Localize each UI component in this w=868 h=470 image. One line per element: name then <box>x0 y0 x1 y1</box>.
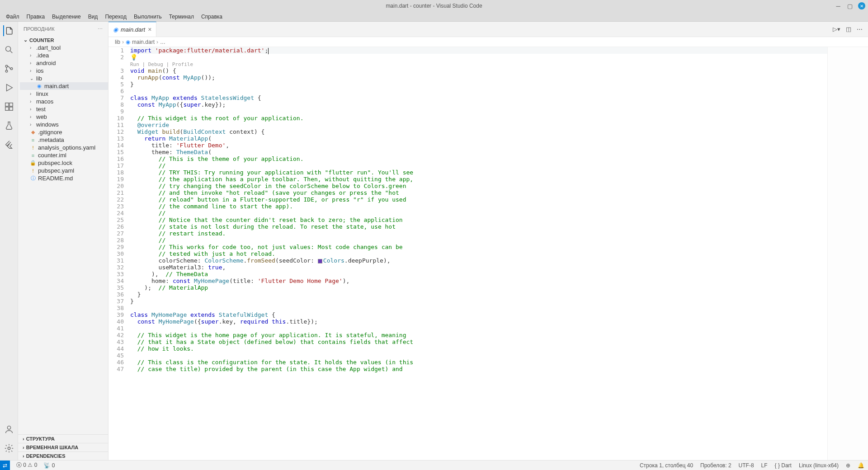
svg-point-8 <box>7 426 10 429</box>
svg-rect-4 <box>5 103 8 106</box>
tree-item--gitignore[interactable]: ◆.gitignore <box>20 128 108 136</box>
status-os[interactable]: Linux (linux-x64) <box>799 462 839 469</box>
status-feedback-icon[interactable]: ⊕ <box>846 462 850 469</box>
tree-item-pubspec-lock[interactable]: 🔒pubspec.lock <box>20 159 108 167</box>
svg-rect-6 <box>5 107 8 110</box>
tree-item--metadata[interactable]: ≡.metadata <box>20 136 108 144</box>
tab-label: main.dart <box>121 26 145 33</box>
svg-point-9 <box>8 447 10 450</box>
menu-Выделение[interactable]: Выделение <box>49 13 84 21</box>
status-language[interactable]: { } Dart <box>775 462 792 469</box>
tree-item-analysis_options-yaml[interactable]: !analysis_options.yaml <box>20 144 108 151</box>
settings-gear-icon[interactable] <box>4 443 14 454</box>
tab-close-icon[interactable]: × <box>148 26 151 33</box>
menu-Вид[interactable]: Вид <box>85 13 101 21</box>
svg-rect-7 <box>9 107 12 110</box>
sidebar: ПРОВОДНИК ⋯ ⌄COUNTER ›.dart_tool›.idea›a… <box>18 22 108 460</box>
tree-item-README-md[interactable]: ⓘREADME.md <box>20 174 108 182</box>
svg-point-0 <box>5 47 10 52</box>
window-title: main.dart - counter - Visual Studio Code <box>386 3 482 9</box>
activity-bar <box>0 22 18 460</box>
dart-file-icon: ◉ <box>113 26 118 33</box>
section-DEPENDENCIES[interactable]: ›DEPENDENCIES <box>18 451 108 460</box>
breadcrumb[interactable]: lib› ◉main.dart› … <box>108 37 868 47</box>
status-bell-icon[interactable]: 🔔 <box>858 462 864 469</box>
tree-item-main-dart[interactable]: ◉main.dart <box>20 82 108 90</box>
accounts-icon[interactable] <box>4 424 14 435</box>
svg-point-1 <box>5 65 8 67</box>
tree-item-pubspec-yaml[interactable]: !pubspec.yaml <box>20 167 108 174</box>
maximize-button[interactable]: ▢ <box>846 2 854 9</box>
menu-Выполнить[interactable]: Выполнить <box>131 13 165 21</box>
explorer-icon[interactable] <box>3 25 14 36</box>
folder-root[interactable]: ⌄COUNTER <box>20 36 108 44</box>
menubar: ФайлПравкаВыделениеВидПереходВыполнитьТе… <box>0 12 868 22</box>
tree-item-counter-iml[interactable]: ≡counter.iml <box>20 151 108 159</box>
status-eol[interactable]: LF <box>761 462 768 469</box>
tree-item-windows[interactable]: ›windows <box>20 121 108 128</box>
tree-item-android[interactable]: ›android <box>20 59 108 67</box>
status-problems[interactable]: ⓧ 0 ⚠ 0 <box>16 461 37 469</box>
extensions-icon[interactable] <box>4 101 14 112</box>
tab-bar: ◉ main.dart × ▷▾ ◫ ⋯ <box>108 22 868 37</box>
editor-more-icon[interactable]: ⋯ <box>857 26 863 33</box>
tree-item-ios[interactable]: ›ios <box>20 67 108 75</box>
line-gutter: 1234567891011121314151617181920212223242… <box>108 47 130 460</box>
testing-icon[interactable] <box>4 120 14 131</box>
split-editor-icon[interactable]: ◫ <box>846 26 851 33</box>
tree-item-lib[interactable]: ⌄lib <box>20 75 108 82</box>
menu-Файл[interactable]: Файл <box>3 13 23 21</box>
code-content[interactable]: import 'package:flutter/material.dart';💡… <box>130 47 827 460</box>
tree-item--idea[interactable]: ›.idea <box>20 52 108 59</box>
minimize-button[interactable]: ─ <box>835 2 842 9</box>
menu-Справка[interactable]: Справка <box>198 13 226 21</box>
editor-body[interactable]: 1234567891011121314151617181920212223242… <box>108 47 868 460</box>
tree-item-test[interactable]: ›test <box>20 105 108 113</box>
tree-item-macos[interactable]: ›macos <box>20 98 108 105</box>
minimap[interactable] <box>827 47 868 460</box>
sidebar-title: ПРОВОДНИК <box>24 26 55 32</box>
run-icon[interactable]: ▷▾ <box>833 26 840 33</box>
dart-file-icon: ◉ <box>126 39 130 45</box>
section-ВРЕМЕННАЯ ШКАЛА[interactable]: ›ВРЕМЕННАЯ ШКАЛА <box>18 443 108 451</box>
tab-main-dart[interactable]: ◉ main.dart × <box>108 22 156 37</box>
status-encoding[interactable]: UTF-8 <box>739 462 754 469</box>
menu-Переход[interactable]: Переход <box>102 13 130 21</box>
tree-item-linux[interactable]: ›linux <box>20 90 108 98</box>
remote-indicator[interactable]: ⇄ <box>0 461 10 470</box>
close-button[interactable]: ✕ <box>858 2 865 9</box>
status-indent[interactable]: Пробелов: 2 <box>700 462 731 469</box>
search-icon[interactable] <box>4 44 14 55</box>
editor-area: ◉ main.dart × ▷▾ ◫ ⋯ lib› ◉main.dart› … … <box>108 22 868 460</box>
menu-Правка[interactable]: Правка <box>24 13 48 21</box>
flutter-icon[interactable] <box>4 139 14 150</box>
tree-item-web[interactable]: ›web <box>20 113 108 121</box>
window-titlebar: main.dart - counter - Visual Studio Code… <box>0 0 868 12</box>
menu-Терминал[interactable]: Терминал <box>166 13 197 21</box>
status-cursor-pos[interactable]: Строка 1, столбец 40 <box>640 462 693 469</box>
svg-rect-5 <box>9 103 12 106</box>
tree-item--dart_tool[interactable]: ›.dart_tool <box>20 44 108 52</box>
source-control-icon[interactable] <box>4 63 14 74</box>
svg-point-3 <box>10 68 13 70</box>
svg-point-2 <box>5 70 8 72</box>
sidebar-more-icon[interactable]: ⋯ <box>98 26 103 32</box>
status-ports[interactable]: 📡 0 <box>43 462 55 469</box>
run-debug-icon[interactable] <box>4 82 14 93</box>
status-bar: ⇄ ⓧ 0 ⚠ 0 📡 0 Строка 1, столбец 40 Пробе… <box>0 460 868 470</box>
section-СТРУКТУРА[interactable]: ›СТРУКТУРА <box>18 434 108 443</box>
